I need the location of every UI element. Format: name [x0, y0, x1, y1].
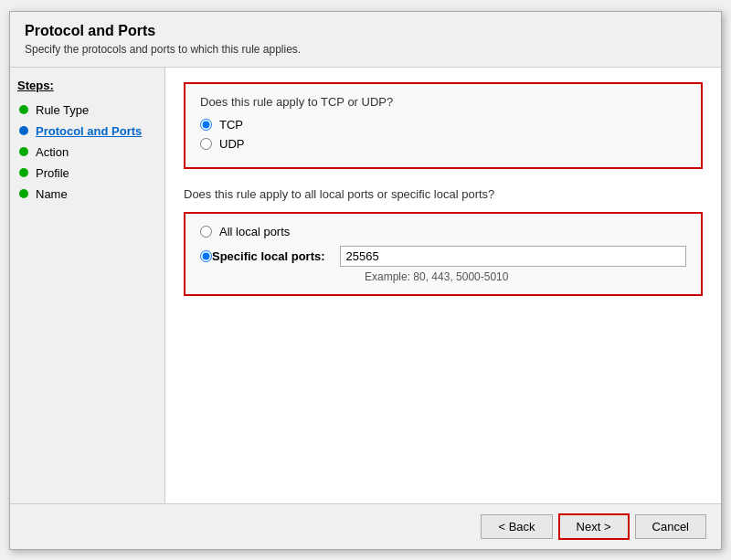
- udp-label: UDP: [219, 137, 244, 151]
- sidebar-item-name[interactable]: Name: [17, 184, 157, 205]
- specific-local-ports-label: Specific local ports:: [212, 249, 325, 263]
- next-button[interactable]: Next >: [558, 513, 630, 540]
- all-local-ports-label: All local ports: [219, 225, 290, 238]
- sidebar-item-rule-type[interactable]: Rule Type: [17, 100, 157, 121]
- sidebar: Steps: Rule Type Protocol and Ports Acti…: [10, 68, 165, 503]
- udp-radio[interactable]: [200, 138, 212, 150]
- dot-rule-type: [19, 105, 28, 114]
- ports-question: Does this rule apply to all local ports …: [184, 187, 703, 201]
- sidebar-item-protocol-and-ports[interactable]: Protocol and Ports: [17, 121, 157, 142]
- dialog-header: Protocol and Ports Specify the protocols…: [10, 12, 721, 59]
- tcp-udp-question: Does this rule apply to TCP or UDP?: [200, 95, 686, 109]
- tcp-option[interactable]: TCP: [200, 118, 686, 132]
- tcp-radio[interactable]: [200, 119, 212, 131]
- sidebar-item-profile[interactable]: Profile: [17, 163, 157, 184]
- dialog-window: Protocol and Ports Specify the protocols…: [9, 11, 722, 550]
- specific-local-ports-radio[interactable]: [200, 250, 212, 262]
- ports-section: All local ports Specific local ports: Ex…: [184, 212, 703, 296]
- dialog-title: Protocol and Ports: [25, 23, 706, 39]
- sidebar-label-rule-type: Rule Type: [36, 103, 89, 117]
- dot-profile: [19, 168, 28, 177]
- back-button[interactable]: < Back: [481, 514, 552, 539]
- sidebar-item-action[interactable]: Action: [17, 142, 157, 163]
- all-local-ports-row[interactable]: All local ports: [200, 225, 686, 238]
- sidebar-label-name: Name: [36, 187, 68, 201]
- all-local-ports-radio[interactable]: [200, 226, 212, 238]
- dialog-subtitle: Specify the protocols and ports to which…: [25, 43, 706, 56]
- tcp-udp-section: Does this rule apply to TCP or UDP? TCP …: [184, 82, 703, 169]
- sidebar-label-profile: Profile: [36, 166, 69, 180]
- port-example: Example: 80, 443, 5000-5010: [365, 270, 686, 283]
- dialog-footer: < Back Next > Cancel: [10, 503, 721, 549]
- udp-option[interactable]: UDP: [200, 137, 686, 151]
- main-content: Does this rule apply to TCP or UDP? TCP …: [165, 68, 721, 503]
- dot-protocol-and-ports: [19, 126, 28, 135]
- dot-name: [19, 189, 28, 198]
- dialog-body: Steps: Rule Type Protocol and Ports Acti…: [10, 67, 721, 503]
- specific-ports-row[interactable]: Specific local ports:: [200, 246, 686, 267]
- dot-action: [19, 147, 28, 156]
- cancel-button[interactable]: Cancel: [635, 514, 706, 539]
- tcp-label: TCP: [219, 118, 243, 132]
- sidebar-label-action: Action: [36, 145, 69, 159]
- specific-ports-input[interactable]: [340, 246, 686, 267]
- sidebar-label-protocol-and-ports: Protocol and Ports: [36, 124, 142, 138]
- steps-label: Steps:: [17, 79, 157, 92]
